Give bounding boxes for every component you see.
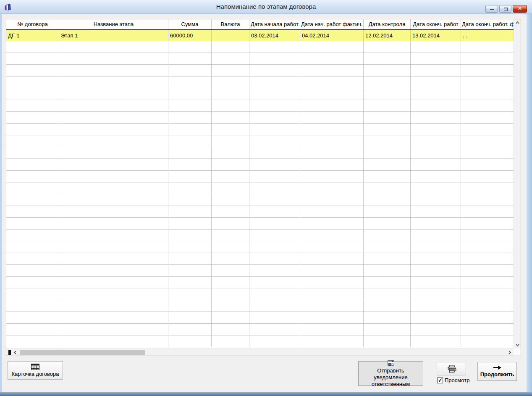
scroll-right-icon[interactable]	[508, 351, 511, 354]
table-cell-empty	[411, 230, 461, 241]
table-row-selected[interactable]: ДГ-1Этап 160000,0003.02.201404.02.201412…	[6, 30, 514, 41]
table-cell-empty	[59, 218, 168, 229]
table-cell-empty	[364, 182, 411, 194]
contract-card-button[interactable]: Карточка договора	[8, 361, 63, 380]
table-cell-empty	[411, 206, 461, 217]
table-cell-empty	[59, 230, 168, 241]
table-cell-empty	[6, 335, 59, 347]
table-cell-empty	[249, 65, 300, 76]
table-cell-empty	[212, 206, 249, 217]
scroll-up-icon[interactable]	[516, 21, 519, 25]
column-header: Дата оконч. работ	[411, 19, 461, 29]
close-button[interactable]: ✕	[513, 5, 527, 13]
horizontal-scrollbar[interactable]	[6, 348, 514, 356]
send-notification-button[interactable]: Отправить уведомление ответственным	[358, 361, 423, 386]
table-row-empty	[6, 112, 514, 124]
table-cell-empty	[168, 41, 212, 53]
table-cell-empty	[364, 194, 411, 206]
table-cell-empty	[461, 112, 514, 123]
table-cell-empty	[461, 147, 514, 158]
table-cell-empty	[364, 300, 411, 312]
table-cell-empty	[300, 288, 364, 300]
checkmark-icon: ✓	[438, 377, 443, 383]
table-cell-empty	[300, 206, 364, 217]
table-cell-empty	[6, 100, 59, 111]
table-cell-empty	[249, 100, 300, 111]
table-cell-empty	[411, 112, 461, 123]
table-cell-empty	[168, 159, 212, 170]
vertical-scrollbar[interactable]	[514, 19, 521, 348]
continue-button[interactable]: Продолжить	[477, 362, 517, 381]
table-cell-empty	[249, 300, 300, 312]
table-cell-empty	[59, 159, 168, 170]
table-cell-empty	[212, 300, 249, 312]
app-window: Напоминание по этапам договора ✕ № догов…	[0, 0, 532, 396]
scroll-down-icon[interactable]	[516, 343, 519, 347]
table-cell-empty	[364, 312, 411, 323]
maximize-button[interactable]	[499, 5, 511, 13]
table-cell-empty	[59, 253, 168, 264]
table-cell-empty	[364, 335, 411, 347]
table-cell-empty	[168, 124, 212, 135]
table-cell-empty	[411, 77, 461, 88]
print-button[interactable]	[437, 362, 466, 375]
table-cell-empty	[6, 241, 59, 253]
table-cell-empty	[461, 135, 514, 147]
table-cell-empty	[212, 288, 249, 300]
column-header: № договора	[6, 19, 59, 29]
table-cell-empty	[168, 53, 212, 64]
table-cell-empty	[212, 124, 249, 135]
table-cell-empty	[411, 100, 461, 111]
table-cell-empty	[364, 206, 411, 217]
column-header: Дата контроля	[364, 19, 411, 29]
table-cell-empty	[364, 100, 411, 111]
table-cell-empty	[6, 124, 59, 135]
table-cell-empty	[461, 194, 514, 206]
table-cell-empty	[249, 288, 300, 300]
table-cell-empty	[249, 253, 300, 264]
table-cell-empty	[168, 194, 212, 206]
preview-checkbox[interactable]: ✓	[437, 378, 443, 383]
printer-icon	[446, 365, 456, 373]
table-cell-empty	[364, 230, 411, 241]
table-cell-empty	[300, 112, 364, 123]
table-cell	[212, 30, 249, 41]
table-cell-empty	[6, 171, 59, 182]
table-cell-empty	[6, 253, 59, 264]
table-cell-empty	[59, 77, 168, 88]
table-cell-empty	[249, 218, 300, 229]
table-cell-empty	[249, 230, 300, 241]
window-frame-right	[527, 14, 532, 392]
table-cell-empty	[364, 41, 411, 53]
table-cell-empty	[364, 147, 411, 158]
minimize-button[interactable]	[485, 5, 498, 13]
table-cell-empty	[6, 159, 59, 170]
preview-label: Просмотр	[445, 377, 469, 383]
close-icon: ✕	[513, 6, 527, 11]
table-cell-empty	[300, 218, 364, 229]
scroll-left-icon[interactable]	[13, 351, 17, 354]
table-cell-empty	[411, 124, 461, 135]
table-cell-empty	[168, 218, 212, 229]
title-bar[interactable]: Напоминание по этапам договора ✕	[0, 0, 532, 14]
table-cell: 12.02.2014	[364, 30, 411, 41]
table-icon	[31, 364, 39, 370]
table-cell-empty	[300, 171, 364, 182]
table-cell-empty	[59, 112, 168, 123]
table-cell-empty	[6, 41, 59, 53]
preview-option[interactable]: ✓ Просмотр	[437, 377, 469, 383]
table-cell-empty	[300, 159, 364, 170]
table-cell-empty	[411, 194, 461, 206]
table-cell-empty	[212, 230, 249, 241]
table-cell-empty	[300, 253, 364, 264]
table-cell-empty	[411, 159, 461, 170]
table-cell-empty	[212, 241, 249, 253]
horizontal-scroll-thumb[interactable]	[20, 350, 145, 355]
continue-label: Продолжить	[480, 371, 514, 378]
table-cell-empty	[212, 312, 249, 323]
table-cell-empty	[411, 41, 461, 53]
table-cell-empty	[461, 77, 514, 88]
table-cell-empty	[411, 335, 461, 347]
table-cell-empty	[300, 77, 364, 88]
table-cell-empty	[300, 265, 364, 276]
